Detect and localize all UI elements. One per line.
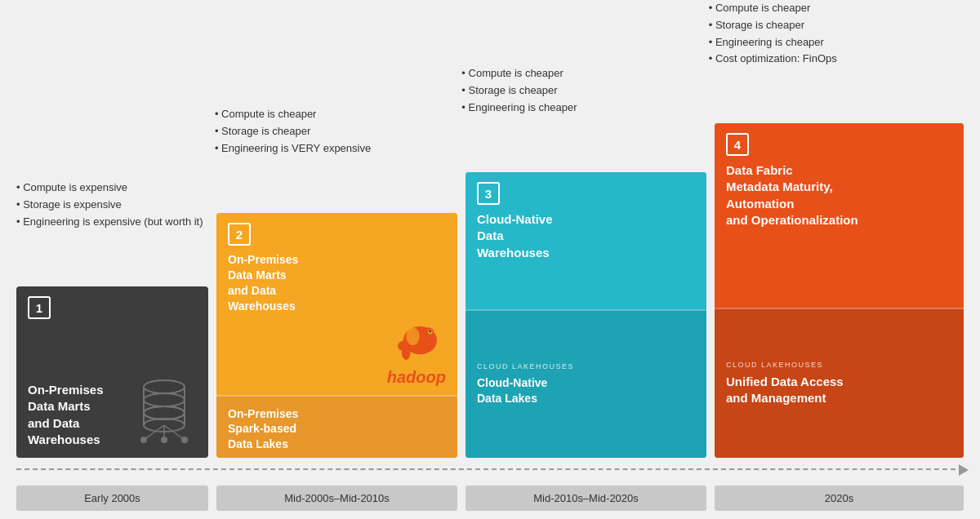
bullet-2-1: Compute is cheaper: [215, 106, 453, 123]
cards-row: 1 On-PremisesData Martsand DataWarehouse…: [16, 123, 964, 458]
card-1-content: On-PremisesData Martsand DataWarehouses: [28, 326, 197, 448]
card-4: 4 Data FabricMetadata Maturity,Automatio…: [715, 123, 964, 458]
card-3-bottom-title: Cloud-NativeData Lakes: [477, 375, 695, 406]
svg-point-24: [406, 327, 420, 345]
svg-point-21: [402, 343, 411, 360]
bullet-3-3: Engineering is cheaper: [461, 100, 700, 117]
database-icon: [131, 375, 197, 448]
timeline-arrow: [959, 464, 969, 476]
svg-point-18: [181, 437, 188, 443]
card-4-number: 4: [726, 133, 749, 156]
svg-line-15: [164, 425, 185, 440]
bullet-4-2: Storage is cheaper: [709, 17, 964, 34]
card-1: 1 On-PremisesData Martsand DataWarehouse…: [16, 286, 208, 458]
card-2-top: 2 On-PremisesData Martsand DataWarehouse…: [216, 213, 457, 395]
card-2-top-title: On-PremisesData Martsand DataWarehouses: [228, 252, 446, 314]
hadoop-text: hadoop: [228, 369, 446, 385]
card-4-bottom-title: Unified Data Accessand Management: [726, 374, 952, 407]
bullet-4-3: Engineering is cheaper: [709, 34, 964, 51]
era-label-2: Mid-2000s–Mid-2010s: [216, 486, 457, 511]
bullet-3-2: Storage is cheaper: [461, 82, 700, 100]
svg-point-16: [140, 437, 147, 443]
svg-point-25: [429, 330, 431, 332]
era-labels: Early 2000s Mid-2000s–Mid-2010s Mid-2010…: [16, 486, 964, 511]
era-label-3: Mid-2010s–Mid-2020s: [466, 486, 706, 511]
card-3-number: 3: [477, 182, 500, 205]
svg-point-0: [144, 380, 185, 393]
card-3-bottom: CLOUD LAKEHOUSES Cloud-NativeData Lakes: [466, 309, 706, 458]
card-1-number: 1: [28, 296, 51, 319]
card-2: 2 On-PremisesData Martsand DataWarehouse…: [216, 213, 457, 458]
card-3: 3 Cloud-NativeDataWarehouses CLOUD LAKEH…: [466, 172, 706, 458]
era-label-4: 2020s: [715, 486, 964, 511]
card-3-top: 3 Cloud-NativeDataWarehouses: [466, 172, 706, 309]
svg-point-7: [144, 406, 185, 419]
card-3-top-title: Cloud-NativeDataWarehouses: [477, 211, 695, 261]
svg-point-17: [161, 437, 167, 443]
svg-point-2: [144, 393, 185, 406]
card-2-bottom-title: On-PremisesSpark-basedData Lakes: [228, 406, 446, 453]
card-4-top: 4 Data FabricMetadata Maturity,Automatio…: [715, 123, 964, 308]
card-4-cloud-label: CLOUD LAKEHOUSES: [726, 361, 952, 369]
card-2-number: 2: [228, 223, 251, 246]
bullet-4-4: Cost optimization: FinOps: [709, 51, 964, 68]
card-4-bottom: CLOUD LAKEHOUSES Unified Data Accessand …: [715, 308, 964, 459]
main-container: Compute is expensive Storage is expensiv…: [0, 0, 980, 519]
era-label-1: Early 2000s: [16, 486, 208, 511]
bullet-4-1: Compute is cheaper: [709, 0, 964, 17]
hadoop-elephant-icon: [389, 321, 446, 366]
timeline: [16, 468, 964, 470]
hadoop-logo-area: hadoop: [228, 321, 446, 385]
card-3-cloud-label: CLOUD LAKEHOUSES: [477, 362, 695, 370]
card-4-top-title: Data FabricMetadata Maturity,Automationa…: [726, 162, 952, 228]
card-2-bottom: On-PremisesSpark-basedData Lakes APACHE …: [216, 395, 457, 458]
svg-line-13: [144, 425, 164, 440]
card-1-title: On-PremisesData Martsand DataWarehouses: [28, 382, 104, 448]
bullet-3-1: Compute is cheaper: [461, 65, 700, 82]
